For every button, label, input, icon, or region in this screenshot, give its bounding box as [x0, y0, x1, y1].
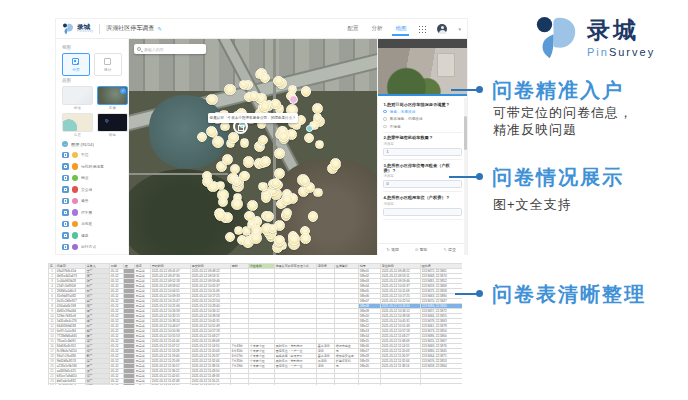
- cell[interactable]: 2021-05-12 11:53:14: [151, 384, 191, 386]
- layer-item-5[interactable]: 停车费: [62, 207, 122, 219]
- survey-marker[interactable]: [258, 182, 268, 192]
- survey-marker[interactable]: [206, 94, 218, 106]
- cell[interactable]: c46d92b5f7e1: [56, 384, 86, 386]
- survey-marker[interactable]: [281, 194, 292, 205]
- survey-marker[interactable]: [249, 91, 259, 101]
- answer-input[interactable]: 0: [383, 180, 462, 188]
- cell[interactable]: 24: [49, 384, 56, 386]
- panel-button-0[interactable]: ↻返回: [386, 247, 399, 252]
- survey-marker[interactable]: [243, 156, 255, 168]
- annotation-connector: [449, 176, 478, 178]
- basemap-0[interactable]: 标准: [62, 86, 93, 110]
- table-row[interactable]: 1684d1f6a8c352林**05-12已完成2021-05-12 11:0…: [49, 344, 463, 349]
- cell[interactable]: 谢**: [86, 384, 110, 386]
- survey-marker[interactable]: [260, 156, 271, 167]
- map-canvas[interactable]: 请输入内容 您最认可「个未来小区停车服务公司」的理由是什么？: [129, 39, 378, 255]
- survey-marker[interactable]: [250, 232, 262, 244]
- cell[interactable]: [421, 384, 463, 386]
- radio-option[interactable]: 基本满意，仍需改进: [383, 116, 462, 121]
- view-mode-0[interactable]: 分类: [62, 53, 90, 76]
- answer-input[interactable]: [383, 208, 462, 216]
- panel-button-2[interactable]: ✎提交: [443, 247, 456, 252]
- survey-marker[interactable]: [312, 103, 323, 114]
- nav-item-1[interactable]: 分析: [370, 21, 383, 36]
- layer-item-8[interactable]: 出行方式: [62, 241, 122, 253]
- survey-marker[interactable]: [218, 197, 228, 207]
- layer-item-6[interactable]: 充电桩: [62, 218, 122, 230]
- survey-marker[interactable]: [288, 233, 300, 245]
- basemap-3[interactable]: 暗色: [97, 113, 128, 137]
- survey-marker[interactable]: [273, 76, 283, 86]
- edit-title-icon[interactable]: ✎: [157, 26, 162, 32]
- nav-item-0[interactable]: 配置: [346, 21, 359, 36]
- survey-marker[interactable]: [240, 138, 250, 148]
- layer-item-2[interactable]: 物业: [62, 172, 122, 184]
- map-search-bar[interactable]: 请输入内容: [134, 44, 206, 54]
- layers-header[interactable]: – 图层 (91/14): [62, 141, 122, 147]
- basemap-2[interactable]: 街道: [62, 113, 93, 137]
- avatar[interactable]: [437, 24, 447, 34]
- layer-item-0[interactable]: 车位: [62, 149, 122, 161]
- survey-marker[interactable]: [239, 171, 249, 181]
- cell[interactable]: [381, 384, 421, 386]
- survey-marker[interactable]: [260, 73, 270, 83]
- table-row[interactable]: 24c46d92b5f7e1谢**05-12已完成2021-05-12 11:5…: [49, 384, 463, 386]
- survey-photo[interactable]: [378, 39, 467, 96]
- survey-marker[interactable]: [271, 178, 281, 188]
- survey-marker[interactable]: [222, 154, 233, 165]
- table-row[interactable]: 199b62d8a3f174马**05-12已完成2021-05-12 11:2…: [49, 359, 463, 364]
- cell[interactable]: 已完成: [135, 384, 151, 386]
- basemap-1[interactable]: ✓影像: [97, 86, 128, 110]
- survey-marker[interactable]: [207, 181, 219, 193]
- table-row[interactable]: 20a218e5c9b746罗**05-12已完成2021-05-12 11:3…: [49, 364, 463, 369]
- survey-marker[interactable]: [308, 211, 319, 222]
- layer-item-1[interactable]: 绿化环境满意: [62, 161, 122, 173]
- radio-option[interactable]: 不满意: [383, 124, 462, 129]
- selected-point-ring-icon[interactable]: [233, 119, 248, 134]
- cell[interactable]: [124, 384, 135, 386]
- annotation-bullet: [476, 86, 483, 93]
- cell[interactable]: 05-12: [110, 384, 124, 386]
- survey-marker[interactable]: [282, 208, 292, 218]
- survey-marker[interactable]: [247, 200, 258, 211]
- radio-option[interactable]: 满意，无需改进: [383, 109, 462, 114]
- survey-marker[interactable]: [260, 101, 270, 111]
- layer-item-4[interactable]: 噪音: [62, 195, 122, 207]
- nav-item-2[interactable]: 地图: [394, 21, 407, 36]
- panel-button-1[interactable]: ⊙暂存: [415, 247, 428, 252]
- teal-marker[interactable]: [306, 125, 313, 132]
- survey-marker[interactable]: [301, 86, 312, 97]
- survey-marker[interactable]: [224, 84, 235, 95]
- layer-item-7[interactable]: 健身: [62, 230, 122, 242]
- answer-input[interactable]: 1: [383, 148, 462, 156]
- survey-marker[interactable]: [258, 135, 268, 145]
- survey-marker[interactable]: [220, 122, 230, 132]
- cell[interactable]: 2021-05-12 12:00:46: [191, 384, 231, 386]
- cell[interactable]: [317, 384, 335, 386]
- survey-marker[interactable]: [300, 233, 310, 243]
- cell[interactable]: [335, 384, 359, 386]
- survey-marker[interactable]: [261, 193, 271, 203]
- survey-marker[interactable]: [315, 140, 324, 149]
- table-row[interactable]: 178c39b4e7d210何**05-12已完成2021-05-12 11:1…: [49, 349, 463, 354]
- view-mode-1[interactable]: 统计: [94, 53, 122, 76]
- chevron-down-icon[interactable]: ▾: [458, 26, 461, 32]
- cell[interactable]: [249, 384, 275, 386]
- cell[interactable]: [275, 384, 317, 386]
- basemap-preview: ✓: [97, 86, 128, 105]
- cell[interactable]: [231, 384, 249, 386]
- pink-marker[interactable]: [289, 95, 298, 104]
- table: 序问卷ID采集人日期照状态开始时间提交时间用时小区名称您最认可的停车管理方式满意…: [48, 263, 462, 385]
- table-row[interactable]: 1893a7c1f5e486郭**05-12已完成2021-05-12 11:1…: [49, 354, 463, 359]
- app-logo[interactable]: 录城 PinSurvey: [62, 23, 93, 35]
- layers-collapse-icon[interactable]: –: [62, 141, 68, 147]
- survey-marker[interactable]: [330, 158, 342, 170]
- survey-marker[interactable]: [212, 136, 224, 148]
- cell[interactable]: [359, 384, 381, 386]
- survey-marker[interactable]: [270, 99, 281, 110]
- survey-marker[interactable]: [228, 132, 238, 142]
- survey-marker[interactable]: [304, 133, 315, 144]
- apps-grid-icon[interactable]: [418, 25, 426, 33]
- survey-marker[interactable]: [274, 148, 285, 159]
- layer-item-3[interactable]: 安全感: [62, 184, 122, 196]
